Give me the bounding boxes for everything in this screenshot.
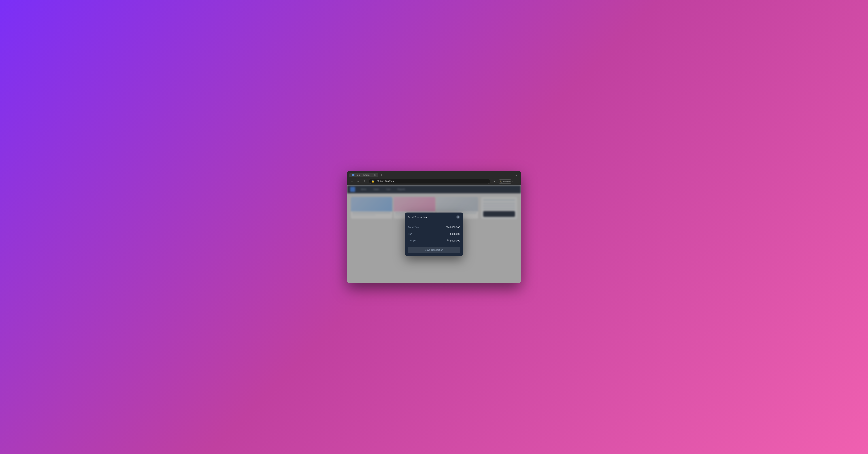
address-bar[interactable]: 🔓 127.0.0.1:8000/pos	[369, 179, 490, 184]
modal-row-pay: Pay	[408, 231, 460, 237]
incognito-icon: 🥷	[499, 180, 502, 183]
bookmark-button[interactable]: ★	[492, 179, 497, 184]
browser-tab-active[interactable]: P Pos - Livewire ✕	[349, 173, 378, 177]
incognito-badge[interactable]: 🥷 Incognito	[498, 179, 513, 183]
modal-row-grand-total: Grand Total Rp43,000,000	[408, 224, 460, 231]
back-button[interactable]: ←	[349, 179, 354, 184]
modal-body: Grand Total Rp43,000,000 Pay Change	[405, 221, 463, 247]
tab-favicon: P	[352, 174, 354, 176]
lock-icon: 🔓	[372, 180, 374, 183]
browser-content: Items Sales Cart Reports	[347, 186, 521, 283]
pay-input[interactable]	[438, 233, 460, 235]
grand-total-label: Grand Total	[408, 226, 419, 228]
modal-row-change: Change Rp2,000,000	[408, 237, 460, 244]
menu-button[interactable]: ⋮	[514, 179, 519, 184]
tab-minimize-button[interactable]: ⌄	[514, 172, 519, 177]
grand-total-value: Rp43,000,000	[446, 226, 460, 229]
reload-button[interactable]: ↻	[362, 179, 368, 184]
tab-title: Pos - Livewire	[356, 174, 373, 176]
modal-close-button[interactable]: ✕	[456, 215, 460, 219]
browser-toolbar: ← → ↻ 🔓 127.0.0.1:8000/pos ★ 🥷 Incognito…	[347, 177, 521, 186]
modal-header: Detail Transaction ✕	[405, 212, 463, 221]
change-value: Rp2,000,000	[447, 239, 460, 242]
grand-total-prefix: Rp	[446, 226, 448, 228]
change-label: Change	[408, 239, 415, 242]
modal-overlay: Detail Transaction ✕ Grand Total Rp43,00…	[347, 186, 521, 283]
modal-footer: Save Transaction	[405, 247, 463, 256]
detail-transaction-modal: Detail Transaction ✕ Grand Total Rp43,00…	[405, 212, 463, 256]
incognito-label: Incognito	[503, 180, 511, 182]
url-text: 127.0.0.1:8000/pos	[375, 180, 394, 183]
save-transaction-button[interactable]: Save Transaction	[408, 247, 460, 253]
toolbar-actions: ★ 🥷 Incognito ⋮	[492, 179, 519, 184]
modal-title: Detail Transaction	[408, 216, 427, 219]
forward-button[interactable]: →	[356, 179, 361, 184]
pay-label: Pay	[408, 233, 412, 235]
browser-window: P Pos - Livewire ✕ + ⌄ ← → ↻ 🔓 127.0.0.1…	[347, 171, 521, 283]
browser-titlebar: P Pos - Livewire ✕ + ⌄	[347, 171, 521, 177]
new-tab-button[interactable]: +	[379, 172, 384, 177]
change-prefix: Rp	[447, 239, 450, 241]
tab-close-button[interactable]: ✕	[374, 174, 376, 176]
